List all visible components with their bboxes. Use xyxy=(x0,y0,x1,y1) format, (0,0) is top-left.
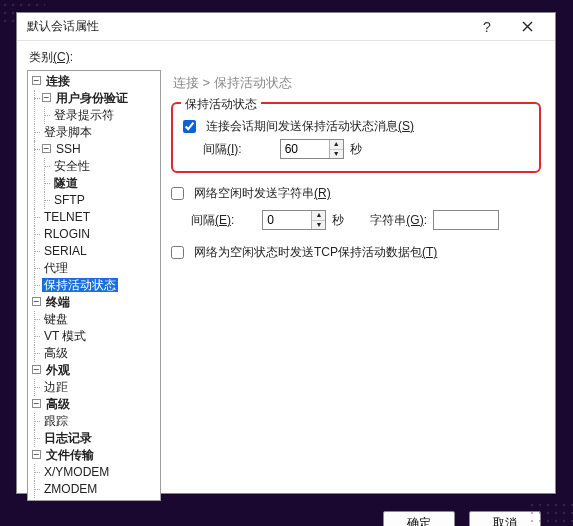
tree-node-log[interactable]: 日志记录 xyxy=(42,431,94,445)
desktop-backdrop: 默认会话属性 ? 类别(C): −连接 xyxy=(0,0,573,526)
tcp-keepalive-label: 网络为空闲状态时发送TCP保持活动数据包(T) xyxy=(194,244,437,261)
idle-string-label: 字符串(G): xyxy=(370,212,427,229)
category-tree[interactable]: −连接 −用户身份验证 登录提示符 登录脚本 xyxy=(30,73,160,498)
tree-node-advanced[interactable]: 高级 xyxy=(44,397,72,411)
tree-node-vtmode[interactable]: VT 模式 xyxy=(42,329,88,343)
cancel-button[interactable]: 取消 xyxy=(469,511,541,526)
tree-toggle[interactable]: − xyxy=(32,365,41,374)
spinner-down-icon[interactable]: ▼ xyxy=(330,150,343,159)
tree-node-terminal[interactable]: 终端 xyxy=(44,295,72,309)
send-keepalive-checkbox[interactable] xyxy=(183,120,196,133)
keepalive-groupbox: 保持活动状态 连接会话期间发送保持活动状态消息(S) 间隔(I): xyxy=(171,102,541,173)
idle-send-label: 网络空闲时发送字符串(R) xyxy=(194,185,331,202)
help-button[interactable]: ? xyxy=(467,13,507,41)
tree-node-serial[interactable]: SERIAL xyxy=(42,244,89,258)
tree-node-connection[interactable]: 连接 xyxy=(44,74,72,88)
dialog-title: 默认会话属性 xyxy=(27,18,467,35)
tree-node-advanced-terminal[interactable]: 高级 xyxy=(42,346,70,360)
idle-interval-input[interactable] xyxy=(263,211,311,229)
spinner-up-icon[interactable]: ▲ xyxy=(312,211,325,221)
tree-toggle[interactable]: − xyxy=(32,399,41,408)
dialog-button-row: 确定 取消 xyxy=(27,501,545,526)
tree-node-userauth[interactable]: 用户身份验证 xyxy=(54,91,130,105)
tree-node-keyboard[interactable]: 键盘 xyxy=(42,312,70,326)
tree-node-keepalive[interactable]: 保持活动状态 xyxy=(42,278,118,292)
close-button[interactable] xyxy=(507,13,547,41)
keepalive-interval-unit: 秒 xyxy=(350,141,362,158)
tree-node-filetransfer[interactable]: 文件传输 xyxy=(44,448,96,462)
idle-send-checkbox[interactable] xyxy=(171,187,184,200)
tree-toggle[interactable]: − xyxy=(42,93,51,102)
idle-string-input[interactable] xyxy=(433,210,499,230)
tree-node-login-script[interactable]: 登录脚本 xyxy=(42,125,94,139)
tree-node-sftp[interactable]: SFTP xyxy=(52,193,87,207)
idle-interval-label: 间隔(E): xyxy=(191,212,234,229)
tree-node-proxy[interactable]: 代理 xyxy=(42,261,70,275)
session-properties-dialog: 默认会话属性 ? 类别(C): −连接 xyxy=(16,12,556,494)
keepalive-interval-stepper[interactable]: ▲▼ xyxy=(280,139,344,159)
tree-toggle[interactable]: − xyxy=(42,144,51,153)
keepalive-interval-label: 间隔(I): xyxy=(203,141,242,158)
titlebar: 默认会话属性 ? xyxy=(17,13,555,41)
spinner-down-icon[interactable]: ▼ xyxy=(312,221,325,230)
tree-toggle[interactable]: − xyxy=(32,76,41,85)
settings-panel: 连接 > 保持活动状态 保持活动状态 连接会话期间发送保持活动状态消息(S) 间… xyxy=(167,70,545,501)
tree-node-xymodem[interactable]: X/YMODEM xyxy=(42,465,111,479)
tree-node-trace[interactable]: 跟踪 xyxy=(42,414,70,428)
tcp-keepalive-checkbox[interactable] xyxy=(171,246,184,259)
tree-toggle[interactable]: − xyxy=(32,450,41,459)
send-keepalive-label: 连接会话期间发送保持活动状态消息(S) xyxy=(206,118,414,135)
tree-node-telnet[interactable]: TELNET xyxy=(42,210,92,224)
tree-node-zmodem[interactable]: ZMODEM xyxy=(42,482,99,496)
keepalive-interval-input[interactable] xyxy=(281,140,329,158)
close-icon xyxy=(522,21,533,32)
ok-button[interactable]: 确定 xyxy=(383,511,455,526)
tree-node-rlogin[interactable]: RLOGIN xyxy=(42,227,92,241)
tree-node-appearance[interactable]: 外观 xyxy=(44,363,72,377)
keepalive-legend: 保持活动状态 xyxy=(181,96,261,113)
tree-node-margin[interactable]: 边距 xyxy=(42,380,70,394)
idle-interval-stepper[interactable]: ▲▼ xyxy=(262,210,326,230)
category-label: 类别(C): xyxy=(29,49,545,66)
spinner-up-icon[interactable]: ▲ xyxy=(330,140,343,150)
tree-node-tunnel[interactable]: 隧道 xyxy=(52,176,80,190)
tree-toggle[interactable]: − xyxy=(32,297,41,306)
idle-interval-unit: 秒 xyxy=(332,212,344,229)
category-tree-panel: −连接 −用户身份验证 登录提示符 登录脚本 xyxy=(27,70,161,501)
tree-node-ssh[interactable]: SSH xyxy=(54,142,83,156)
tree-node-login-prompt[interactable]: 登录提示符 xyxy=(52,108,116,122)
tree-node-security[interactable]: 安全性 xyxy=(52,159,92,173)
